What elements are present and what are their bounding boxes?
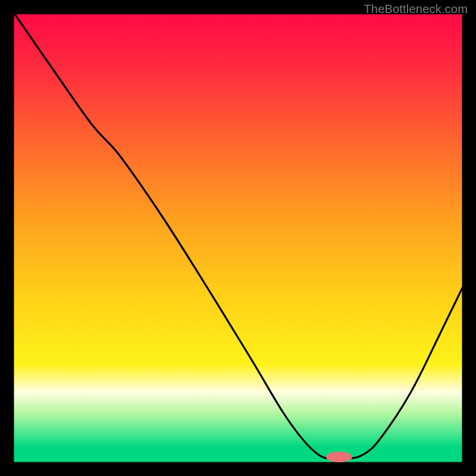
optimum-marker (326, 452, 352, 462)
bottleneck-chart (0, 0, 476, 476)
watermark-text: TheBottleneck.com (364, 2, 468, 16)
heat-gradient-background (13, 14, 463, 463)
